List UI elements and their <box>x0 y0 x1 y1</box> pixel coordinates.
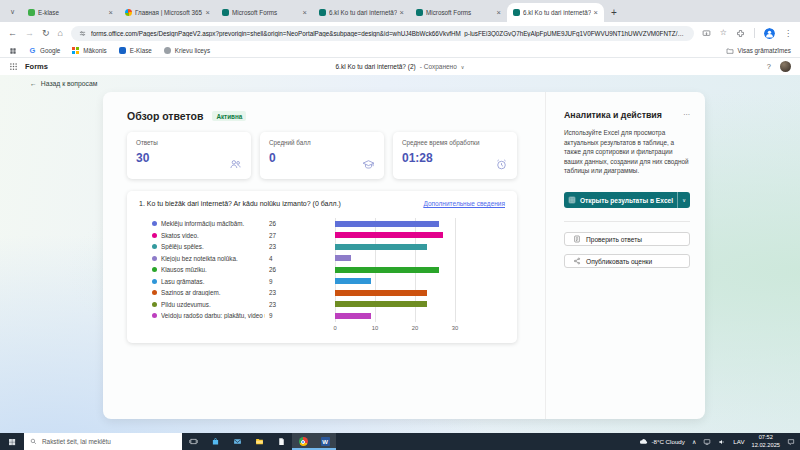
url-bar[interactable]: forms.office.com/Pages/DesignPageV2.aspx… <box>71 26 694 41</box>
chrome-icon[interactable] <box>292 433 314 450</box>
legend-row: Pildu uzdevumus.23 <box>152 299 335 311</box>
extensions-icon[interactable] <box>736 29 745 38</box>
document-title-dropdown[interactable]: 6.kl Ko tu dari internetā? (2) - Сохране… <box>0 63 800 70</box>
toolbar-separator <box>754 28 755 38</box>
bar <box>335 255 351 261</box>
chart-axis: 0102030 <box>335 325 463 334</box>
bar-row <box>335 310 463 322</box>
m365-favicon <box>125 9 132 16</box>
legend-label: Meklēju informāciju mācībām. <box>161 220 265 227</box>
tab-title: Microsoft Forms <box>426 9 494 16</box>
site-settings-icon[interactable] <box>79 30 86 37</box>
start-button[interactable] <box>0 433 24 450</box>
more-options-icon[interactable]: ⋯ <box>683 111 690 119</box>
language-indicator[interactable]: LAV <box>733 438 744 445</box>
legend-dot-icon <box>152 302 157 307</box>
bookmark-item[interactable]: Mākonis <box>72 47 106 54</box>
chart-legend: Meklēju informāciju mācībām.26Skatos vid… <box>152 218 335 334</box>
apps-grid-icon[interactable] <box>9 47 17 55</box>
tab-search-icon[interactable]: ∨ <box>6 5 19 18</box>
legend-label: Lasu grāmatas. <box>161 278 265 285</box>
bookmark-item[interactable]: GGoogle <box>29 47 60 54</box>
browser-tab[interactable]: 6.kl Ko tu dari internetā? (2)× <box>507 3 604 22</box>
person-favicon <box>164 47 171 54</box>
back-icon[interactable]: ← <box>8 29 17 38</box>
weather-label: -8°C Cloudy <box>651 438 684 445</box>
legend-dot-icon <box>152 267 157 272</box>
legend-label: Klejoju bez noteikta nolūka. <box>161 255 265 262</box>
browser-menu-icon[interactable]: ⋮ <box>784 29 792 38</box>
bookmark-star-icon[interactable]: ☆ <box>720 29 727 37</box>
legend-dot-icon <box>152 221 157 226</box>
tab-strip: ∨ E-klase×Главная | Microsoft 365 Copilo… <box>0 0 800 22</box>
legend-row: Klausos mūziku.26 <box>152 264 335 276</box>
save-page-icon[interactable] <box>702 29 711 38</box>
more-details-link[interactable]: Дополнительные сведения <box>423 200 505 207</box>
browser-tab[interactable]: E-klase× <box>22 3 119 22</box>
new-tab-button[interactable]: + <box>611 7 617 18</box>
all-bookmarks-button[interactable]: Visas grāmatzīmes <box>726 47 791 55</box>
bar-chart: Meklēju informāciju mācībām.26Skatos vid… <box>152 218 505 334</box>
tab-title: 6.kl Ko tu dari internetā? (2) <box>523 9 591 16</box>
sidebar-action-button[interactable]: Опубликовать оценки <box>564 254 690 268</box>
stat-card-label: Среднее время обработки <box>402 139 508 146</box>
stat-card: Средний балл0 <box>260 132 384 179</box>
action-center-icon[interactable] <box>787 438 795 446</box>
volume-icon[interactable] <box>718 438 726 446</box>
bookmark-item[interactable]: Krievu liceys <box>164 47 210 54</box>
tab-close-icon[interactable]: × <box>400 8 404 17</box>
legend-label: Sazinos ar draugiem. <box>161 289 265 296</box>
page-background: ← Назад к вопросам Обзор ответов Активна… <box>0 75 800 433</box>
tab-close-icon[interactable]: × <box>594 8 598 17</box>
tab-strip-tabs: E-klase×Главная | Microsoft 365 Copilot×… <box>22 0 604 22</box>
publish-icon <box>573 257 581 265</box>
excel-dropdown-icon[interactable]: ∨ <box>677 192 690 208</box>
alarm-clock-icon <box>495 158 508 171</box>
bookmark-item[interactable]: E-Klase <box>119 47 152 54</box>
tab-close-icon[interactable]: × <box>303 8 307 17</box>
taskbar-clock[interactable]: 07:52 12.02.2025 <box>752 434 780 448</box>
task-view-icon[interactable] <box>182 433 204 450</box>
legend-value: 9 <box>269 312 273 319</box>
browser-profile-avatar[interactable] <box>764 28 775 39</box>
browser-tab[interactable]: Microsoft Forms× <box>216 3 313 22</box>
network-icon[interactable] <box>703 438 711 446</box>
forms-user-avatar[interactable] <box>780 61 791 72</box>
store-icon[interactable] <box>204 433 226 450</box>
browser-tab[interactable]: Главная | Microsoft 365 Copilot× <box>119 3 216 22</box>
tab-close-icon[interactable]: × <box>206 8 210 17</box>
eklase-favicon <box>119 47 126 54</box>
help-icon[interactable]: ? <box>767 62 771 71</box>
mail-icon[interactable] <box>226 433 248 450</box>
browser-tab[interactable]: Microsoft Forms× <box>410 3 507 22</box>
legend-row: Skatos video.27 <box>152 230 335 242</box>
tab-close-icon[interactable]: × <box>497 8 501 17</box>
bar-row <box>335 287 463 299</box>
bar-row <box>335 299 463 311</box>
eklase-favicon <box>28 9 35 16</box>
browser-tab[interactable]: 6.kl Ko tu dari internetā?× <box>313 3 410 22</box>
tab-close-icon[interactable]: × <box>109 8 113 17</box>
back-link-label: Назад к вопросам <box>41 80 98 87</box>
forward-icon[interactable]: → <box>25 29 34 38</box>
overview-title: Обзор ответов <box>127 110 203 122</box>
legend-label: Klausos mūziku. <box>161 266 265 273</box>
home-icon[interactable]: ⌂ <box>58 29 63 38</box>
document-title: 6.kl Ko tu dari internetā? (2) <box>336 63 416 70</box>
document-icon[interactable] <box>270 433 292 450</box>
word-icon[interactable]: W <box>314 433 336 450</box>
taskbar-search-input[interactable]: Rakstiet šeit, lai meklētu <box>24 433 182 450</box>
legend-label: Veidoju radošo darbu: plakātu, video un … <box>161 312 265 319</box>
hidden-icons-chevron[interactable]: ∧ <box>692 438 696 445</box>
refresh-icon[interactable]: ↻ <box>42 29 50 38</box>
weather-widget[interactable]: -8°C Cloudy <box>639 437 684 446</box>
sidebar-divider <box>564 221 690 222</box>
open-in-excel-button[interactable]: Открыть результаты в Excel ∨ <box>564 192 690 208</box>
axis-tick-label: 30 <box>452 325 458 331</box>
legend-label: Pildu uzdevumus. <box>161 301 265 308</box>
explorer-icon[interactable] <box>248 433 270 450</box>
sidebar-action-button[interactable]: Проверить ответы <box>564 232 690 246</box>
back-to-questions-link[interactable]: ← Назад к вопросам <box>30 80 97 87</box>
legend-value: 26 <box>269 266 276 273</box>
bar <box>335 301 427 307</box>
